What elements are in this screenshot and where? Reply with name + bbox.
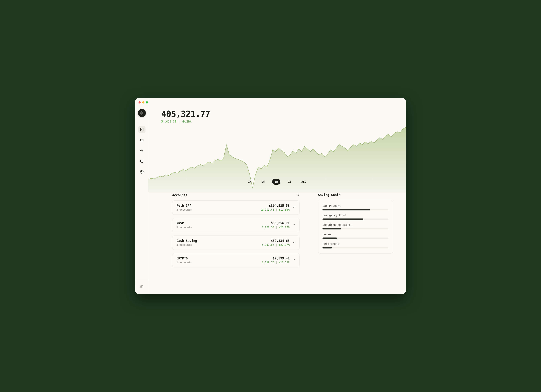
goal-progress-bar: [323, 228, 388, 229]
account-subtitle: 3 accounts: [177, 208, 192, 211]
goal-label: Car Payment: [323, 204, 388, 208]
account-name: Cash Saving: [177, 239, 197, 243]
delta-absolute: 34,450.78: [161, 120, 176, 123]
nav-wallet[interactable]: [138, 136, 146, 144]
goal-progress-fill: [323, 247, 332, 249]
goal-progress-bar: [323, 238, 388, 239]
account-row[interactable]: Cash Saving3 accounts$39,334.635,337.66 …: [172, 235, 300, 250]
gear-icon: [140, 170, 144, 174]
goal-progress-fill: [323, 209, 370, 210]
main-content: 405,321.77 34,450.78 | ↑9.29% 1W1M3M1YAL…: [148, 98, 406, 294]
svg-rect-9: [140, 285, 143, 288]
nav-coins[interactable]: [138, 147, 146, 154]
svg-point-2: [140, 112, 141, 113]
minimize-window-button[interactable]: [142, 101, 144, 103]
coins-icon: [140, 149, 144, 153]
account-amount: $39,334.63: [262, 239, 290, 243]
chart-line-icon: [140, 128, 144, 131]
account-subtitle: 3 accounts: [177, 243, 197, 246]
maximize-window-button[interactable]: [146, 101, 148, 103]
chevron-down-icon: [292, 258, 295, 261]
sidebar: [135, 98, 148, 294]
range-all[interactable]: ALL: [299, 179, 309, 185]
panel-expand-icon: [140, 285, 144, 288]
account-name: CRYPTO: [177, 256, 192, 260]
accounts-heading: Accounts: [172, 193, 187, 197]
goal-row[interactable]: Car Payment: [323, 204, 388, 210]
total-balance: 405,321.77: [161, 109, 210, 119]
goal-label: House: [323, 233, 388, 236]
app-logo[interactable]: [138, 109, 146, 117]
account-amount: $304,535.58: [260, 204, 290, 208]
delta-percent: ↑9.29%: [181, 120, 191, 123]
account-delta: 1,399.76 | ↑22.58%: [262, 261, 290, 264]
svg-point-4: [141, 113, 142, 113]
account-row[interactable]: RRSP3 accounts$53,856.719,250.30 | ↑20.8…: [172, 218, 300, 232]
goal-label: Emergency Fund: [323, 214, 388, 217]
goals-heading: Saving Goals: [318, 193, 340, 197]
goals-section: Saving Goals Car PaymentEmergency FundCh…: [318, 193, 393, 287]
goal-progress-bar: [323, 209, 388, 210]
goal-progress-fill: [323, 238, 337, 239]
goal-progress-bar: [323, 219, 388, 220]
expand-account-button[interactable]: [292, 223, 295, 227]
account-delta: 5,337.66 | ↑22.37%: [262, 243, 290, 246]
time-range-picker: 1W1M3M1YALL: [148, 179, 406, 185]
account-row[interactable]: Roth IRA3 accounts$304,535.5811,002.46 |…: [172, 200, 300, 215]
svg-point-0: [141, 112, 142, 113]
svg-text:3: 3: [297, 195, 297, 196]
balance-delta: 34,450.78 | ↑9.29%: [161, 120, 210, 123]
expand-account-button[interactable]: [292, 205, 295, 209]
wallet-icon: [140, 138, 144, 142]
account-delta: 11,002.46 | ↑17.55%: [260, 208, 290, 211]
goal-label: Retirement: [323, 242, 388, 245]
delta-separator: |: [178, 120, 180, 123]
account-subtitle: 1 accounts: [177, 261, 192, 264]
goal-progress-fill: [323, 228, 341, 229]
goal-label: Children Education: [323, 223, 388, 227]
goal-progress-bar: [323, 247, 388, 249]
expand-account-button[interactable]: [292, 258, 295, 262]
goals-card: Car PaymentEmergency FundChildren Educat…: [318, 200, 393, 253]
nav-dashboard[interactable]: [138, 126, 146, 133]
app-window: 405,321.77 34,450.78 | ↑9.29% 1W1M3M1YAL…: [135, 98, 406, 294]
goal-row[interactable]: House: [323, 233, 388, 239]
window-controls: [139, 101, 148, 103]
chevron-down-icon: [292, 205, 295, 209]
svg-point-1: [141, 113, 142, 115]
goal-row[interactable]: Retirement: [323, 242, 388, 249]
sidebar-collapse-button[interactable]: [138, 283, 146, 290]
accounts-section: Accounts 1 2 3 Roth IRA3 accounts$304,53…: [172, 193, 300, 287]
close-window-button[interactable]: [139, 101, 141, 103]
portfolio-header: 405,321.77 34,450.78 | ↑9.29%: [161, 109, 210, 123]
range-3m[interactable]: 3M: [272, 179, 280, 185]
account-name: RRSP: [177, 221, 192, 225]
history-icon: [140, 159, 144, 163]
goal-row[interactable]: Children Education: [323, 223, 388, 229]
account-subtitle: 3 accounts: [177, 226, 192, 229]
accounts-sort-button[interactable]: 1 2 3: [296, 193, 300, 197]
account-row[interactable]: CRYPTO1 accounts$7,599.411,399.76 | ↑22.…: [172, 253, 300, 267]
account-delta: 9,250.30 | ↑20.85%: [262, 226, 290, 229]
svg-point-3: [142, 112, 143, 113]
logo-icon: [140, 111, 144, 115]
account-amount: $53,856.71: [262, 221, 290, 225]
svg-point-8: [141, 172, 142, 173]
goal-progress-fill: [323, 219, 363, 220]
range-1y[interactable]: 1Y: [286, 179, 294, 185]
nav-history[interactable]: [138, 158, 146, 165]
expand-account-button[interactable]: [292, 241, 295, 245]
chevron-down-icon: [292, 223, 295, 226]
goal-row[interactable]: Emergency Fund: [323, 214, 388, 220]
nav-settings[interactable]: [138, 168, 146, 176]
account-amount: $7,599.41: [262, 256, 290, 260]
account-name: Roth IRA: [177, 204, 192, 208]
list-ordered-icon: 1 2 3: [296, 193, 300, 196]
svg-rect-6: [140, 139, 143, 141]
range-1w[interactable]: 1W: [246, 179, 254, 185]
chevron-down-icon: [292, 241, 295, 244]
range-1m[interactable]: 1M: [259, 179, 267, 185]
